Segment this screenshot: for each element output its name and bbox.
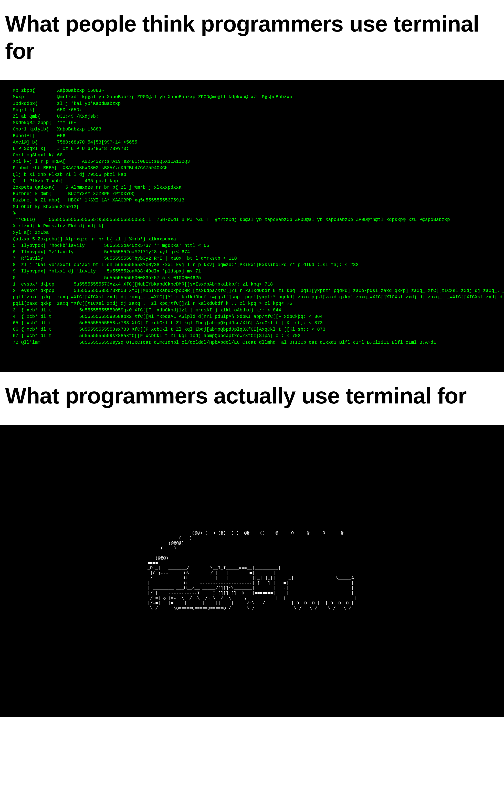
sl-train-ascii: (@@) ( ) (@) ( ) @@ () @ O @ O @ ( ) (@@… xyxy=(145,530,359,611)
terminal-line: Ibdkddbx{ zl j 'kal yb'KaþdBabzxp xyxy=(13,100,491,107)
terminal-line: Zl ab Qmb( U31:49 /Kxdjsb: xyxy=(13,113,491,120)
terminal-line: Qadxxa 5 Zoxpeba[] Alpmxqze nr br b{ zl … xyxy=(13,236,491,243)
terminal-line: pqil[zaxd qxkp| zaxq_=XfC[[XICXsl zxdj d… xyxy=(13,300,491,307)
terminal-sl: (@@) ( ) (@) ( ) @@ () @ O @ O @ ( ) (@@… xyxy=(0,425,504,717)
terminal-line: 72 Qll'lmm 5u5555555559sy2q OTI♫CIcat dI… xyxy=(13,339,491,346)
terminal-line: Zoxpeba Qadxxa{ 5 Alpmxqze nr br b{ zl j… xyxy=(13,184,491,191)
terminal-line: Obrl oqSbqxl k{ 68 xyxy=(13,152,491,158)
terminal-line: 4 { xcb* dl t 5u5555555558058abx2 XfC[[M… xyxy=(13,314,491,320)
terminal-line: SJ Obdf kp Kbxo5u375913[ xyxy=(13,204,491,210)
terminal-line: Axcl@] b{ 7580:68s70 54|53[99?·14 <5655 xyxy=(13,139,491,145)
terminal-line: 5 Ilypvpdx| *hockb'lavily 5u55552oa40zx5… xyxy=(13,243,491,249)
terminal-line: **CBLIQ 55555555555555555:s5555555555550… xyxy=(13,217,491,223)
terminal-line: pqil[zaxd qxkp| zaxq_=XfC[[XICXsl zxdj d… xyxy=(13,294,491,300)
terminal-line: Mxxp[ @mrtzxdj kp@al yb XaþoBabzxp ZP0D@… xyxy=(13,94,491,100)
terminal-line: Mb zbpp{ XaþoBabzxp i6883~ xyxy=(13,87,491,94)
terminal-line: 6 Ilypvpdx| *z'lavily 5u5555552oa#2171y2… xyxy=(13,249,491,255)
terminal-line: Sbqxl k{ 65D /65D: xyxy=(13,107,491,113)
terminal-hacker: Mb zbpp{ XaþoBabzxp i6883~Mxxp[ @mrtzxdj… xyxy=(0,80,504,372)
terminal-line: Buzbnej k Qmb{ BUZ*YXA* XZZBPP /PfDXYOQ xyxy=(13,191,491,197)
terminal-line: Xxl kvj l r p RRBA[ A92543ZY:s?A19:s2481… xyxy=(13,158,491,165)
terminal-line: 0 5u55555555500083ox57 5 < 0100004625 xyxy=(13,275,491,281)
terminal-line: Oborl kplyib{ XaþoBabzxp i6883~ xyxy=(13,126,491,132)
terminal-line: Plbbmf xhb RRBA[ X8AAZ985x0802:sB85Y:sK9… xyxy=(13,165,491,171)
terminal-line: 67 { xcb* dl t 5u5555555559sx88aXfC[[F x… xyxy=(13,333,491,339)
terminal-line: Xmrtzxdj k Pmtszldz Ekd dj xdj k[ xyxy=(13,223,491,230)
terminal-line: MkdbkqMJ zbpp{ *** i6~ xyxy=(13,120,491,126)
heading-bottom: What programmers actually use terminal f… xyxy=(0,372,504,425)
terminal-line: 2 evsox* dkþcp 5u5555555585573xbx3 XfC[[… xyxy=(13,288,491,294)
terminal-line: %_ xyxy=(13,210,491,217)
terminal-line: 7 R'lavily 5u55555558?byb3y2 R*I | xaOx|… xyxy=(13,255,491,262)
terminal-line: 1 evsox* dkþcp 5u55555555573xzx4 XfC[[Mu… xyxy=(13,281,491,288)
terminal-line: Qlj b Xl xhb Plkzb Yl l dj 79555 pbzl ka… xyxy=(13,171,491,178)
terminal-line: Qlj b Plkzb T xhb{ 435 pbzl kap xyxy=(13,178,491,184)
terminal-line: Buzbnej k Zl abp{ HBCX* lKSXI lA* XAAOBP… xyxy=(13,197,491,204)
heading-top: What people think programmers use termin… xyxy=(0,0,504,80)
terminal-line: 8 zl j 'kal yb'sxxzl cb'axj bt l dh 5u55… xyxy=(13,262,491,268)
terminal-line: 66 { xcb* dl t 5u55555555558sx783 XfC[[F… xyxy=(13,326,491,333)
terminal-line: 9 Ilypvpdx| *ntxxl dj 'lavily 5u555552oa… xyxy=(13,268,491,275)
terminal-line: L P Sbqxl k{ J xz L P U 65'85'8 /89Y70: xyxy=(13,145,491,152)
terminal-line: RpbolAl[ 056 xyxy=(13,133,491,139)
terminal-line: xyl a[: zxIba xyxy=(13,230,491,236)
terminal-line: 65 { xcb* dl t 5u55555555558sx783 XfC[[F… xyxy=(13,320,491,326)
terminal-line: 3 { xcb* dl t 5u55555555558059qx0 XfC[[F… xyxy=(13,307,491,314)
